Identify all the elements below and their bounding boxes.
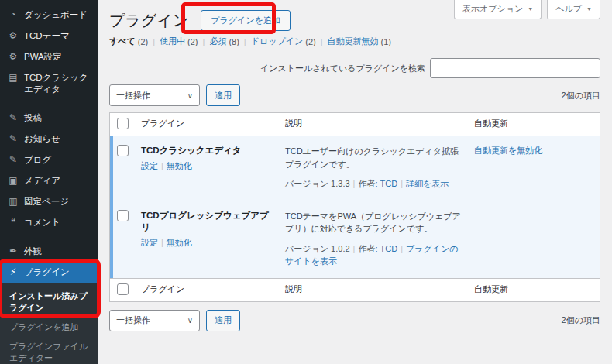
column-footer-plugin: プラグイン xyxy=(135,279,279,301)
gear-icon: ⚙ xyxy=(8,30,19,42)
column-header-plugin: プラグイン xyxy=(135,113,279,136)
settings-link[interactable]: 設定 xyxy=(141,238,158,247)
sidebar-item-tcd-classic-editor[interactable]: ▤ TCDクラシックエディタ xyxy=(0,67,98,100)
sidebar-item-plugins[interactable]: ⚡ プラグイン xyxy=(0,262,98,283)
filter-auto-update-disabled: 自動更新無効 (1) xyxy=(328,36,391,47)
plugin-meta: バージョン 1.0.2|作者: TCD|プラグインのサイトを表示 xyxy=(285,242,462,268)
plugins-submenu: インストール済みプラグイン プラグインを追加 プラグインファイルエディター xyxy=(0,283,98,364)
plugin-description: TCDユーザー向けのクラシックエディタ拡張プラグインです。 xyxy=(285,145,462,170)
admin-sidebar: ◔ ダッシュボード ⚙ TCDテーマ ⚙ PWA設定 ▤ TCDクラシックエディ… xyxy=(0,0,98,364)
select-all-checkbox[interactable] xyxy=(117,118,129,129)
separator: | xyxy=(321,37,323,46)
sidebar-item-blog[interactable]: ✎ ブログ xyxy=(0,149,98,170)
row-checkbox[interactable] xyxy=(117,210,129,221)
search-label: インストールされているプラグインを検索 xyxy=(260,63,425,74)
separator: | xyxy=(353,244,356,253)
table-row-tcd-classic-editor: TCDクラシックエディタ 設定|無効化 TCDユーザー向けのクラシックエディタ拡… xyxy=(110,136,600,201)
settings-link[interactable]: 設定 xyxy=(141,161,158,170)
sidebar-item-tcd-theme[interactable]: ⚙ TCDテーマ xyxy=(0,26,98,46)
disable-auto-update-link[interactable]: 自動更新を無効化 xyxy=(474,146,542,155)
apply-button[interactable]: 適用 xyxy=(206,84,240,106)
pin-icon: ✎ xyxy=(8,133,19,145)
wordpress-admin-screen: ◔ ダッシュボード ⚙ TCDテーマ ⚙ PWA設定 ▤ TCDクラシックエディ… xyxy=(0,0,612,364)
comment-icon: ❝ xyxy=(8,217,19,228)
sidebar-item-label: PWA設定 xyxy=(24,51,62,63)
bulk-action-select-bottom[interactable]: 一括操作 ∨ xyxy=(109,310,200,331)
sidebar-subitem-add-plugin[interactable]: プラグインを追加 xyxy=(0,318,98,337)
plugins-page: 表示オプション ▼ ヘルプ ▼ プラグイン プラグインを追加 すべて (2) |… xyxy=(98,0,612,364)
column-header-auto-update: 自動更新 xyxy=(468,113,600,136)
table-row-tcd-pwa: TCDプログレッシブウェブアプリ 設定|無効化 TCDテーマをPWA（プログレッ… xyxy=(110,201,600,278)
page-title: プラグイン xyxy=(109,11,188,29)
plugin-meta: バージョン 1.3.3|作者: TCD|詳細を表示 xyxy=(285,177,462,191)
pages-icon: ▥ xyxy=(8,196,19,208)
sidebar-item-label: 外観 xyxy=(24,246,42,257)
sidebar-item-dashboard[interactable]: ◔ ダッシュボード xyxy=(0,5,98,26)
sidebar-item-media[interactable]: ▣ メディア xyxy=(0,170,98,191)
search-plugins-form: インストールされているプラグインを検索 xyxy=(109,58,600,78)
sidebar-item-comments[interactable]: ❝ コメント xyxy=(0,212,98,233)
plugin-name: TCDクラシックエディタ xyxy=(141,145,273,156)
search-plugins-input[interactable] xyxy=(430,58,600,78)
separator: | xyxy=(401,179,403,188)
sidebar-item-pwa-settings[interactable]: ⚙ PWA設定 xyxy=(0,46,98,67)
deactivate-link[interactable]: 無効化 xyxy=(167,238,192,247)
dashboard-icon: ◔ xyxy=(8,9,19,21)
separator: | xyxy=(401,244,403,253)
author-link[interactable]: TCD xyxy=(380,244,398,253)
sidebar-item-posts[interactable]: ✎ 投稿 xyxy=(0,108,98,129)
row-checkbox[interactable] xyxy=(117,145,129,156)
media-icon: ▣ xyxy=(8,175,19,187)
sidebar-item-label: ブログ xyxy=(24,154,51,166)
separator: | xyxy=(161,238,163,247)
chevron-down-icon: ▼ xyxy=(586,6,592,12)
sidebar-item-label: TCDテーマ xyxy=(24,30,70,42)
sidebar-item-label: TCDクラシックエディタ xyxy=(24,72,91,95)
filter-active: 使用中 (2) xyxy=(160,36,198,47)
item-count: 2個の項目 xyxy=(562,90,600,101)
sidebar-item-appearance[interactable]: ✒ 外観 xyxy=(0,241,98,262)
sidebar-item-label: お知らせ xyxy=(24,133,60,145)
plugin-icon: ⚡ xyxy=(8,266,19,278)
screen-options-button[interactable]: 表示オプション ▼ xyxy=(454,0,542,19)
item-count-bottom: 2個の項目 xyxy=(562,314,600,326)
sidebar-item-label: 固定ページ xyxy=(24,196,69,208)
view-details-link[interactable]: 詳細を表示 xyxy=(406,179,449,188)
author-link[interactable]: TCD xyxy=(380,179,398,188)
sidebar-item-news[interactable]: ✎ お知らせ xyxy=(0,129,98,149)
column-footer-auto-update: 自動更新 xyxy=(468,279,600,301)
sidebar-item-label: コメント xyxy=(24,217,60,228)
deactivate-link[interactable]: 無効化 xyxy=(167,161,192,170)
sidebar-subitem-installed-plugins[interactable]: インストール済みプラグイン xyxy=(0,287,98,318)
filter-all: すべて (2) xyxy=(109,36,148,47)
screen-meta-links: 表示オプション ▼ ヘルプ ▼ xyxy=(454,0,600,19)
chevron-down-icon: ▼ xyxy=(528,6,533,12)
plugin-status-filters: すべて (2) | 使用中 (2) | 必須 (8) | ドロップイン (2) … xyxy=(109,36,600,47)
separator: | xyxy=(203,37,205,46)
help-button[interactable]: ヘルプ ▼ xyxy=(547,0,600,19)
apply-button-bottom[interactable]: 適用 xyxy=(206,310,240,331)
separator: | xyxy=(244,37,246,46)
select-all-checkbox[interactable] xyxy=(117,283,129,295)
sidebar-item-label: ダッシュボード xyxy=(24,9,88,21)
tablenav-bottom: 一括操作 ∨ 適用 2個の項目 xyxy=(109,310,600,331)
sidebar-item-label: 投稿 xyxy=(24,112,42,124)
editor-icon: ▤ xyxy=(8,72,19,84)
bulk-action-select[interactable]: 一括操作 ∨ xyxy=(109,84,200,106)
chevron-down-icon: ∨ xyxy=(187,316,193,325)
row-actions: 設定|無効化 xyxy=(141,160,273,172)
sidebar-subitem-plugin-file-editor[interactable]: プラグインファイルエディター xyxy=(0,337,98,364)
plugins-table: プラグイン 説明 自動更新 TCDクラシックエディタ 設定|無効化 TCDユーザ… xyxy=(109,112,600,302)
filter-dropins: ドロップイン (2) xyxy=(251,36,316,47)
separator: | xyxy=(153,37,155,46)
plugin-description: TCDテーマをPWA（プログレッシブウェブアプリ）に対応できるプラグインです。 xyxy=(285,210,462,235)
sidebar-item-pages[interactable]: ▥ 固定ページ xyxy=(0,191,98,212)
chevron-down-icon: ∨ xyxy=(187,91,193,100)
tablenav-top: 一括操作 ∨ 適用 2個の項目 xyxy=(109,84,600,106)
pin-icon: ✎ xyxy=(8,112,19,124)
appearance-icon: ✒ xyxy=(8,246,19,257)
separator: | xyxy=(161,161,163,170)
add-plugin-button[interactable]: プラグインを追加 xyxy=(201,10,291,31)
table-header-row: プラグイン 説明 自動更新 xyxy=(110,113,600,136)
column-header-description: 説明 xyxy=(279,113,468,136)
